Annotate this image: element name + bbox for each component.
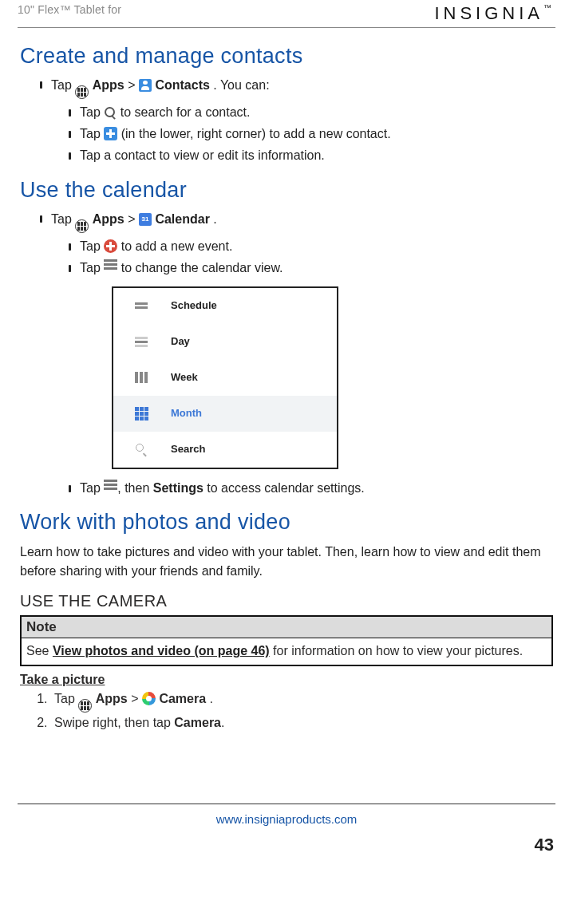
section-title-contacts: Create and manage contacts: [20, 44, 555, 69]
list-item: Tap Apps > Contacts . You can: Tap to se…: [40, 75, 555, 167]
apps-label: Apps: [96, 692, 128, 705]
footer-link[interactable]: www.insigniaproducts.com: [216, 812, 358, 826]
text: .: [221, 716, 224, 729]
brand-logo: INSIGNIA™: [434, 3, 555, 24]
menu-icon: [104, 263, 117, 266]
brand-text: INSIGNIA: [434, 3, 543, 23]
menu-icon: [104, 484, 117, 486]
list-item: Tap (in the lower, right corner) to add …: [69, 123, 555, 144]
steps-list: Tap Apps > Camera . Swipe right, then ta…: [34, 689, 555, 733]
text: (in the lower, right corner) to add a ne…: [121, 127, 391, 140]
text: Tap: [80, 105, 104, 119]
week-icon: [134, 372, 148, 383]
view-label: Week: [171, 369, 198, 386]
text: Tap: [80, 127, 104, 140]
text: to access calendar settings.: [204, 481, 365, 495]
page-header: 10" Flex™ Tablet for INSIGNIA™: [18, 3, 555, 28]
list-item: Tap to change the calendar view.: [69, 257, 555, 278]
camera-label: Camera: [159, 692, 206, 705]
section-title-photos: Work with photos and video: [20, 510, 555, 535]
text: Tap a contact to view or edit its inform…: [80, 148, 325, 162]
apps-label: Apps: [93, 78, 124, 92]
text: >: [131, 692, 142, 705]
text: Swipe right, then tap: [54, 716, 174, 729]
text: .: [213, 212, 216, 226]
calendar-view-search[interactable]: Search: [113, 432, 337, 468]
month-icon: [134, 407, 148, 421]
list-item: Tap Apps > Calendar . Tap to add a new e…: [40, 209, 555, 500]
note-body: See View photos and video (on page 46) f…: [22, 638, 551, 665]
calendar-label: Calendar: [155, 212, 209, 226]
text: . You can:: [213, 78, 269, 92]
list-item: Tap , then Settings to access calendar s…: [69, 477, 555, 499]
apps-icon: [75, 219, 89, 233]
list-item: Tap a contact to view or edit its inform…: [69, 144, 555, 166]
text: to add a new event.: [121, 239, 233, 253]
apps-icon: [75, 85, 89, 99]
take-picture-heading: Take a picture: [20, 673, 553, 687]
text: to change the calendar view.: [121, 261, 283, 274]
text: >: [128, 78, 139, 92]
calendar-icon: [139, 213, 152, 226]
page-footer: www.insigniaproducts.com: [18, 804, 555, 828]
search-icon: [104, 106, 117, 119]
note-box: Note See View photos and video (on page …: [20, 615, 553, 666]
note-link[interactable]: View photos and video (on page 46): [53, 644, 270, 657]
list-item: Tap to search for a contact.: [69, 101, 555, 123]
text: Tap: [80, 239, 104, 253]
add-icon: [104, 127, 117, 140]
section-title-calendar: Use the calendar: [20, 178, 555, 203]
calendar-view-week[interactable]: Week: [113, 360, 337, 396]
contacts-icon: [139, 79, 152, 92]
page-number: 43: [18, 835, 555, 855]
contacts-label: Contacts: [155, 78, 209, 92]
camera-label: Camera: [174, 716, 221, 729]
text: Tap: [80, 261, 104, 274]
view-label: Search: [171, 441, 205, 458]
calendar-view-day[interactable]: Day: [113, 324, 337, 360]
text: Tap: [80, 481, 104, 495]
note-title: Note: [22, 617, 551, 638]
list-item: Tap to add a new event.: [69, 235, 555, 257]
text: , then: [117, 481, 152, 495]
view-label: Schedule: [171, 298, 217, 314]
text: .: [210, 692, 213, 705]
apps-icon: [78, 699, 92, 713]
text: for information on how to view your pict…: [270, 644, 523, 657]
view-label: Day: [171, 334, 190, 350]
step-item: Swipe right, then tap Camera.: [51, 713, 555, 733]
calendar-view-menu: Schedule Day Week Month Search: [112, 286, 338, 469]
text: >: [128, 212, 139, 226]
search-icon: [134, 444, 148, 455]
camera-icon: [142, 692, 156, 705]
settings-label: Settings: [153, 481, 204, 495]
step-item: Tap Apps > Camera .: [51, 689, 555, 713]
view-label: Month: [171, 405, 202, 422]
text: Tap: [54, 692, 78, 705]
calendar-view-schedule[interactable]: Schedule: [113, 288, 337, 324]
day-icon: [134, 341, 148, 343]
text: to search for a contact.: [121, 105, 251, 119]
text: Tap: [51, 212, 75, 226]
add-event-icon: [104, 239, 117, 253]
product-name: 10" Flex™ Tablet for: [18, 3, 121, 16]
intro-text: Learn how to take pictures and video wit…: [20, 543, 553, 581]
apps-label: Apps: [93, 212, 124, 226]
text: See: [26, 644, 53, 657]
schedule-icon: [134, 302, 148, 309]
calendar-view-month[interactable]: Month: [113, 396, 337, 432]
text: Tap: [51, 78, 75, 92]
subhead-use-camera: USE THE CAMERA: [20, 592, 555, 610]
